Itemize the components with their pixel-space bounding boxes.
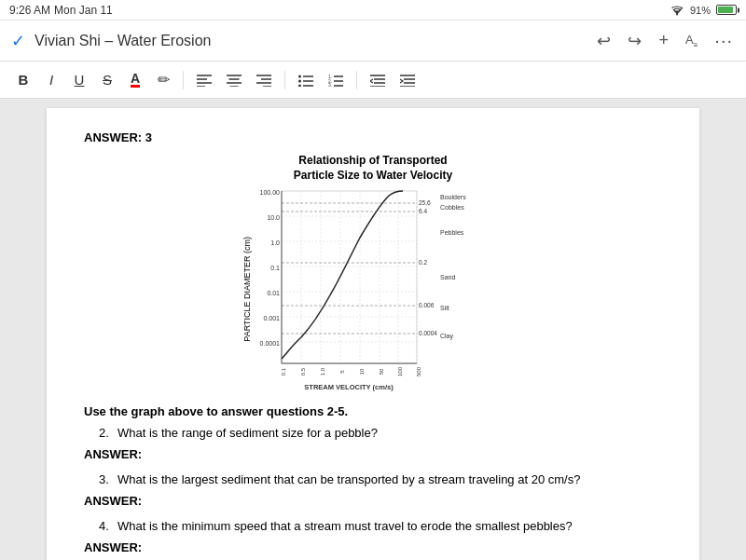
align-left-icon (197, 74, 212, 87)
svg-text:3.: 3. (328, 82, 332, 87)
svg-text:STREAM VELOCITY (cm/s): STREAM VELOCITY (cm/s) (304, 383, 394, 391)
document-page: ANSWER: 3 Relationship of Transported Pa… (47, 108, 699, 560)
svg-text:50: 50 (379, 368, 384, 375)
svg-text:1.0: 1.0 (270, 239, 280, 246)
chart-main: 100.00 10.0 1.0 0.1 0.01 0.001 0.0001 0.… (254, 186, 431, 391)
question-4: 4. What is the minimum speed that a stre… (84, 519, 662, 533)
svg-point-15 (298, 84, 301, 87)
more-button[interactable]: ··· (712, 28, 735, 53)
svg-text:0.01: 0.01 (267, 290, 280, 296)
svg-point-14 (298, 79, 301, 82)
svg-text:Sand: Sand (440, 274, 455, 280)
toolbar-divider-1 (183, 71, 184, 89)
answer-4-section: ANSWER: (84, 540, 662, 554)
svg-text:Boulders: Boulders (440, 194, 466, 200)
toolbar-divider-3 (356, 71, 357, 89)
increase-indent-button[interactable] (394, 70, 421, 90)
svg-text:Clay: Clay (440, 333, 454, 340)
increase-indent-icon (400, 74, 415, 87)
svg-text:500: 500 (416, 367, 421, 377)
numbered-list-icon: 1. 2. 3. (328, 74, 343, 87)
underline-button[interactable]: U (67, 68, 91, 91)
align-center-icon (227, 74, 242, 87)
svg-text:1.0: 1.0 (320, 367, 325, 376)
svg-text:Cobbles: Cobbles (440, 204, 464, 211)
italic-button[interactable]: I (39, 68, 63, 91)
svg-text:25.6: 25.6 (419, 199, 431, 206)
question-2: 2. What is the range of sediment size fo… (84, 426, 662, 440)
strikethrough-button[interactable]: S (95, 68, 119, 91)
chart-container: Relationship of Transported Particle Siz… (84, 154, 662, 391)
svg-text:0.001: 0.001 (263, 315, 280, 321)
chart-wrapper: Relationship of Transported Particle Siz… (242, 154, 504, 391)
question-3-text: What is the largest sediment that can be… (117, 472, 662, 486)
status-left: 9:26 AM Mon Jan 11 (9, 4, 113, 17)
chart-inner: PARTICLE DIAMETER (cm) (242, 186, 504, 391)
y-axis-label: PARTICLE DIAMETER (cm) (242, 237, 252, 342)
decrease-indent-button[interactable] (365, 70, 391, 90)
svg-text:10: 10 (359, 368, 365, 375)
graph-instruction: Use the graph above to answer questions … (84, 404, 662, 418)
svg-text:100: 100 (397, 367, 403, 377)
status-bar: 9:26 AM Mon Jan 11 91% (0, 0, 746, 20)
question-3-num: 3. (99, 472, 117, 486)
document-area: ANSWER: 3 Relationship of Transported Pa… (0, 99, 746, 560)
toolbar-divider-2 (284, 71, 285, 89)
svg-text:Silt: Silt (440, 305, 449, 311)
battery-icon (716, 5, 737, 15)
chart-title: Relationship of Transported Particle Siz… (242, 154, 504, 183)
question-3: 3. What is the largest sediment that can… (84, 472, 662, 486)
highlight-button[interactable]: ✏ (151, 67, 175, 92)
align-left-button[interactable] (191, 70, 217, 90)
align-right-icon (256, 74, 271, 87)
chart-and-legend: 100.00 10.0 1.0 0.1 0.01 0.001 0.0001 0.… (254, 186, 431, 391)
svg-text:0.1: 0.1 (281, 367, 286, 376)
svg-text:0.1: 0.1 (270, 265, 280, 271)
svg-text:6.4: 6.4 (419, 208, 427, 214)
svg-text:100.00: 100.00 (260, 189, 281, 196)
answer-2-label: ANSWER: (84, 447, 662, 461)
title-actions: ↩ ↪ + A≡ ··· (595, 28, 735, 53)
time: 9:26 AM (9, 4, 50, 17)
battery-percent: 91% (690, 5, 711, 16)
svg-text:Pebbles: Pebbles (440, 229, 464, 236)
bullet-list-button[interactable] (293, 70, 319, 90)
svg-text:0.5: 0.5 (300, 367, 306, 376)
svg-text:0.006: 0.006 (419, 302, 435, 308)
answer-3-section: ANSWER: (84, 494, 662, 508)
svg-point-13 (298, 75, 301, 77)
checkmark-icon[interactable]: ✓ (11, 31, 25, 51)
bullet-list-icon (298, 74, 313, 87)
svg-text:0.0001: 0.0001 (260, 340, 281, 347)
question-2-num: 2. (99, 426, 117, 440)
doc-title: Vivian Shi – Water Erosion (35, 33, 595, 49)
numbered-list-button[interactable]: 1. 2. 3. (323, 70, 349, 90)
date: Mon Jan 11 (54, 4, 113, 17)
wifi-icon (670, 5, 684, 16)
battery-fill (718, 7, 733, 13)
align-right-button[interactable] (251, 70, 277, 90)
pencil-icon: ✏ (158, 71, 170, 89)
svg-text:5: 5 (339, 370, 345, 374)
svg-text:0.0004: 0.0004 (419, 330, 437, 336)
question-4-text: What is the minimum speed that a stream … (117, 519, 662, 533)
question-4-num: 4. (99, 519, 117, 533)
formatting-toolbar: B I U S A ✏ (0, 61, 746, 99)
align-center-button[interactable] (221, 70, 247, 90)
chart-svg: 100.00 10.0 1.0 0.1 0.01 0.001 0.0001 0.… (254, 186, 431, 391)
color-a-label: A (131, 72, 140, 88)
add-button[interactable]: + (656, 29, 670, 52)
answer-2-section: ANSWER: (84, 447, 662, 461)
bold-button[interactable]: B (11, 68, 35, 91)
answer-4-label: ANSWER: (84, 540, 662, 554)
question-2-text: What is the range of sediment size for a… (117, 426, 662, 440)
title-bar: ✓ Vivian Shi – Water Erosion ↩ ↪ + A≡ ··… (0, 20, 746, 61)
redo-button[interactable]: ↪ (626, 29, 643, 53)
status-right: 91% (670, 5, 737, 16)
undo-button[interactable]: ↩ (595, 29, 613, 53)
answer-3-section-label: ANSWER: (84, 494, 662, 508)
font-color-button[interactable]: A (123, 68, 147, 91)
svg-text:10.0: 10.0 (267, 214, 280, 221)
text-format-button[interactable]: A≡ (684, 31, 699, 51)
answer-3-label: ANSWER: 3 (84, 130, 662, 144)
